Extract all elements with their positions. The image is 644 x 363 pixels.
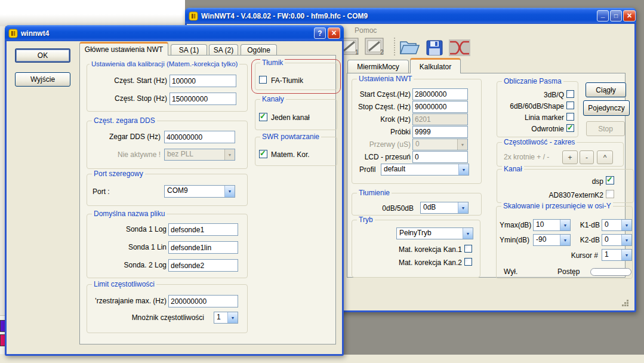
ciagly-button[interactable]: Ciągły xyxy=(586,82,626,97)
group-caption: Ustawienia dla kalibracji (Matem.-korekc… xyxy=(90,60,239,68)
cb-6db-label: 6dB/60dB/Shape xyxy=(498,102,564,110)
minimize-button[interactable]: _ xyxy=(597,10,609,21)
close-button[interactable]: × xyxy=(623,10,636,21)
combo-value: PełnyTryb xyxy=(397,228,463,239)
combo-value: 0 xyxy=(602,235,621,245)
cb-3db-checkbox[interactable] xyxy=(566,90,574,98)
probki-input[interactable] xyxy=(412,126,468,138)
combo-value: bez PLL xyxy=(165,149,224,160)
tab-sa1[interactable]: SA (1) xyxy=(171,44,207,56)
pojedynczy-button[interactable]: Pojedynczy xyxy=(583,100,630,116)
pll-combo: bez PLL ▼ xyxy=(164,149,235,161)
tab-label: Ogólne xyxy=(247,46,270,54)
sonda1-log-input[interactable] xyxy=(168,223,238,236)
tryb-combo[interactable]: PełnyTryb ▼ xyxy=(396,227,473,239)
combo-value: 1 xyxy=(602,250,621,260)
cb-odwrotnie-checkbox[interactable]: ✓ xyxy=(566,124,574,132)
maximize-button[interactable]: □ xyxy=(610,10,622,21)
open-file-icon[interactable] xyxy=(398,38,421,59)
sonda1-lin-input[interactable] xyxy=(168,241,238,254)
toolbar-icon-2[interactable]: 2 xyxy=(364,36,386,58)
czest-stop-label: Częst. Stop (Hz) xyxy=(98,94,167,103)
matem-kor-label: Matem. Kor. xyxy=(271,150,310,159)
kursor-label: Kursor # xyxy=(544,251,598,260)
sweep-icon[interactable] xyxy=(448,39,471,59)
combo-value: 10 xyxy=(534,220,560,230)
przestrajanie-max-input[interactable] xyxy=(168,295,238,307)
background-bottom-strip xyxy=(0,355,644,363)
main-window-titlebar[interactable]: WinNWT4 - V.4.08.02 - FW:0.00 - hfm9.hfc… xyxy=(185,8,636,24)
ok-button[interactable]: OK xyxy=(15,48,70,63)
wyjscie-button[interactable]: Wyjście xyxy=(15,72,70,87)
ymin-label: Ymin(dB) xyxy=(500,236,529,244)
tab-sa2[interactable]: SA (2) xyxy=(209,44,238,56)
group-caption: Obliczanie Pasma xyxy=(502,77,563,85)
tlumienie-label: 0dB/50dB xyxy=(366,204,414,213)
k2-combo[interactable]: 0 ▼ xyxy=(602,234,632,246)
fa-tlumik-checkbox[interactable] xyxy=(259,76,267,84)
combo-value: 0 xyxy=(602,220,621,230)
main-window-title: WinNWT4 - V.4.08.02 - FW:0.00 - hfm9.hfc… xyxy=(201,12,636,20)
start-czest-input[interactable] xyxy=(412,88,468,100)
background-topleft xyxy=(0,0,185,26)
svg-text:1: 1 xyxy=(355,49,359,56)
save-icon[interactable] xyxy=(426,39,445,58)
k1-label: K1-dB xyxy=(572,221,600,229)
sonda1-log-label: Sonda 1 Log xyxy=(95,225,167,233)
group-caption: SWR powtarzanie xyxy=(260,133,321,141)
group-caption: Tłumienie xyxy=(357,189,392,197)
zakres-plus-button[interactable]: + xyxy=(562,150,578,164)
combo-value: COM9 xyxy=(165,186,224,197)
stop-czest-input[interactable] xyxy=(412,101,468,113)
mat-korekcja-kan2-checkbox[interactable] xyxy=(464,258,472,266)
czest-stop-input[interactable] xyxy=(170,93,236,105)
ymax-label: Ymax(dB) xyxy=(500,221,531,229)
sonda1-lin-label: Sonda 1 Lin xyxy=(95,243,167,251)
kursor-combo[interactable]: 1 ▼ xyxy=(602,249,632,261)
dialog-close-button[interactable]: × xyxy=(328,27,340,39)
group-caption: Skalowanie i przesunięcie w osi-Y xyxy=(501,202,613,210)
cb-3db-label: 3dB/Q xyxy=(498,91,564,99)
toolbar-separator xyxy=(394,38,395,56)
k1-combo[interactable]: 0 ▼ xyxy=(602,219,632,231)
tab-kalkulator[interactable]: Kalkulator xyxy=(410,58,461,73)
dialog-titlebar[interactable]: winnwt4 ? × xyxy=(5,25,344,41)
menu-pomoc[interactable]: Pomoc xyxy=(355,26,377,35)
ymax-combo[interactable]: 10 ▼ xyxy=(533,219,571,231)
chevron-down-icon: ▼ xyxy=(560,235,570,245)
profil-label: Profil xyxy=(359,165,375,174)
tab-label: Główne ustawienia NWT xyxy=(85,45,163,54)
group-limit: Limit częstotliwości xyxy=(87,284,248,333)
chevron-down-icon: ▼ xyxy=(457,139,467,150)
zakres-caret-button[interactable]: ^ xyxy=(597,150,613,164)
port-combo[interactable]: COM9 ▼ xyxy=(164,185,235,198)
jeden-kanal-checkbox[interactable]: ✓ xyxy=(259,113,267,121)
ymin-combo[interactable]: -90 ▼ xyxy=(533,234,571,246)
chevron-down-icon: ▼ xyxy=(224,149,235,160)
tab-miermikmocy[interactable]: MiermikMocy xyxy=(347,60,409,73)
cb-6db-checkbox[interactable] xyxy=(566,101,574,109)
resize-grip[interactable] xyxy=(618,297,630,308)
cb-linia-marker-checkbox[interactable] xyxy=(566,113,574,121)
sonda2-log-input[interactable] xyxy=(168,259,238,272)
zegar-dds-input[interactable] xyxy=(164,131,235,143)
czest-start-input[interactable] xyxy=(170,75,236,87)
mnoznik-combo[interactable]: 1 ▼ xyxy=(214,312,238,324)
matem-kor-checkbox[interactable]: ✓ xyxy=(259,150,267,158)
tlumienie-combo[interactable]: 0dB ▼ xyxy=(420,202,469,214)
profil-combo[interactable]: default ▼ xyxy=(381,164,469,176)
lcd-input[interactable] xyxy=(412,151,468,163)
tab-glowne-ustawienia[interactable]: Główne ustawienia NWT xyxy=(79,42,168,56)
dialog-client: OK Wyjście Główne ustawienia NWT SA (1) … xyxy=(7,41,342,354)
app-icon xyxy=(189,11,198,21)
postep-label: Postęp xyxy=(557,267,580,276)
help-button[interactable]: ? xyxy=(314,27,326,39)
chevron-down-icon: ▼ xyxy=(458,164,469,175)
zakres-minus-button[interactable]: - xyxy=(580,150,594,164)
combo-value: 0 xyxy=(413,139,457,150)
zegar-dds-label: Zegar DDS (Hz) xyxy=(89,133,161,141)
dsp-checkbox[interactable]: ✓ xyxy=(606,176,614,184)
chevron-down-icon: ▼ xyxy=(227,312,238,323)
mat-korekcja-kan1-checkbox[interactable] xyxy=(464,245,472,253)
tab-ogolne[interactable]: Ogólne xyxy=(241,44,277,56)
